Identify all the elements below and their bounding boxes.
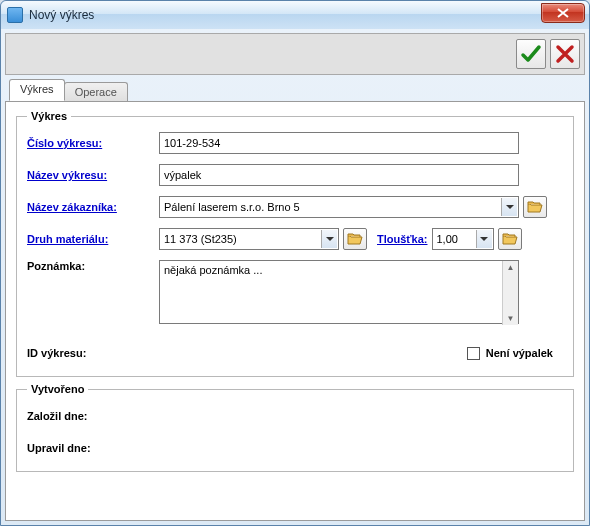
toolbar <box>5 33 585 75</box>
cross-icon <box>555 44 575 64</box>
chevron-down-icon <box>476 230 492 248</box>
browse-material-button[interactable] <box>343 228 367 250</box>
tab-page-drawing: Výkres Číslo výkresu: Název výkresu: Náz… <box>5 101 585 521</box>
combo-thickness[interactable]: 1,00 <box>432 228 494 250</box>
label-material: Druh materiálu: <box>27 233 159 245</box>
scroll-up-icon: ▲ <box>507 263 515 272</box>
group-drawing-legend: Výkres <box>27 110 71 122</box>
input-drawing-number[interactable] <box>159 132 519 154</box>
combo-customer-value: Pálení laserem s.r.o. Brno 5 <box>164 201 300 213</box>
app-window: Nový výkres Výkres Operace <box>0 0 590 526</box>
textarea-scrollbar[interactable]: ▲ ▼ <box>502 261 518 325</box>
app-icon <box>7 7 23 23</box>
label-customer: Název zákazníka: <box>27 201 159 213</box>
checkbox-not-burnout-label: Není výpalek <box>486 347 553 359</box>
browse-customer-button[interactable] <box>523 196 547 218</box>
chevron-down-icon <box>501 198 517 216</box>
close-icon <box>557 8 569 18</box>
browse-thickness-button[interactable] <box>498 228 522 250</box>
tab-operations[interactable]: Operace <box>64 82 128 102</box>
checkbox-box-icon <box>467 347 480 360</box>
client-area: Výkres Operace Výkres Číslo výkresu: Náz… <box>1 29 589 525</box>
label-id: ID výkresu: <box>27 347 159 359</box>
tab-drawing[interactable]: Výkres <box>9 79 65 101</box>
label-note: Poznámka: <box>27 260 159 272</box>
label-drawing-number: Číslo výkresu: <box>27 137 159 149</box>
folder-open-icon <box>527 200 543 214</box>
label-thickness: Tloušťka: <box>377 233 428 245</box>
label-modified-by: Upravil dne: <box>27 442 159 454</box>
confirm-button[interactable] <box>516 39 546 69</box>
label-created-by: Založil dne: <box>27 410 159 422</box>
window-close-button[interactable] <box>541 3 585 23</box>
folder-open-icon <box>502 232 518 246</box>
cancel-button[interactable] <box>550 39 580 69</box>
combo-customer[interactable]: Pálení laserem s.r.o. Brno 5 <box>159 196 519 218</box>
tabstrip: Výkres Operace <box>5 79 585 101</box>
group-drawing: Výkres Číslo výkresu: Název výkresu: Náz… <box>16 110 574 377</box>
combo-thickness-value: 1,00 <box>437 233 458 245</box>
input-drawing-name[interactable] <box>159 164 519 186</box>
label-drawing-name: Název výkresu: <box>27 169 159 181</box>
checkbox-not-burnout[interactable]: Není výpalek <box>467 347 553 360</box>
window-title: Nový výkres <box>29 8 94 22</box>
textarea-note[interactable] <box>159 260 519 324</box>
scroll-down-icon: ▼ <box>507 314 515 323</box>
chevron-down-icon <box>321 230 337 248</box>
combo-material[interactable]: 11 373 (St235) <box>159 228 339 250</box>
folder-open-icon <box>347 232 363 246</box>
group-created-legend: Vytvořeno <box>27 383 88 395</box>
check-icon <box>520 43 542 65</box>
combo-material-value: 11 373 (St235) <box>164 233 237 245</box>
titlebar: Nový výkres <box>1 1 589 29</box>
group-created: Vytvořeno Založil dne: Upravil dne: <box>16 383 574 472</box>
